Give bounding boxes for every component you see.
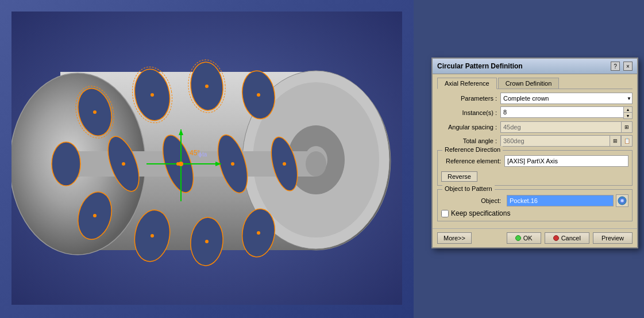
object-to-pattern-title: Object to Pattern [442,185,495,192]
svg-point-49 [621,200,623,202]
svg-point-14 [52,142,80,186]
object-select-icon[interactable] [616,194,628,207]
object-label: Object: [441,197,504,204]
ref-element-label: Reference element: [441,158,504,164]
keep-specs-row: Keep specifications [441,209,628,217]
cancel-button[interactable]: Cancel [545,232,589,244]
total-angle-label: Total angle : [437,137,500,144]
ref-element-control [504,155,628,167]
ok-dot-icon [515,235,521,241]
total-angle-input[interactable] [500,135,610,147]
svg-point-45 [231,162,234,166]
instances-row: Instance(s) : ▲ ▼ [437,106,633,119]
total-angle-icon-btn2[interactable]: 📋 [621,135,633,147]
close-button[interactable]: × [623,62,633,71]
keep-specs-label: Keep specifications [451,209,510,217]
object-to-pattern-group: Object to Pattern Object: Keep [437,189,633,221]
svg-point-37 [205,85,209,88]
parameters-control: Complete crown Instance(s) & angular spa… [500,93,633,104]
total-angle-field: ⊞ 📋 [500,135,633,147]
total-angle-icon-btn1[interactable]: ⊞ [610,135,621,147]
instances-input[interactable] [500,106,623,118]
ok-button[interactable]: OK [507,232,541,244]
preview-button[interactable]: Preview [593,232,633,244]
ref-element-row: Reference element: [441,155,628,167]
angular-spacing-icon-btn[interactable]: ⊞ [621,121,633,133]
svg-text:ϕta: ϕta [198,151,207,158]
object-to-pattern-content: Object: Keep specifications [441,194,628,217]
angular-spacing-row: Angular spacing : ⊞ [437,121,633,133]
svg-point-11 [306,151,326,177]
parameters-label: Parameters : [437,95,500,102]
dialog-titlebar: Circular Pattern Definition ? × [433,59,637,74]
svg-point-36 [151,93,154,97]
svg-point-35 [93,110,97,114]
angular-spacing-label: Angular spacing : [437,124,500,131]
3d-viewport: 45° ϕta [0,0,414,318]
angular-spacing-field: ⊞ [500,121,633,133]
help-button[interactable]: ? [611,62,620,71]
reference-direction-group: Reference Direction Reference element: R… [437,150,633,186]
circular-pattern-dialog: Circular Pattern Definition ? × Axial Re… [431,58,638,248]
svg-point-41 [205,240,209,243]
svg-point-39 [93,214,97,217]
angular-spacing-input[interactable] [500,121,621,133]
svg-point-44 [176,162,180,166]
reference-direction-title: Reference Direction [442,146,503,153]
more-button[interactable]: More>> [437,232,472,244]
parameters-select[interactable]: Complete crown Instance(s) & angular spa… [500,93,633,104]
svg-point-40 [151,234,154,237]
dialog-content: Axial Reference Crown Definition Paramet… [433,74,637,228]
tab-axial-reference[interactable]: Axial Reference [437,78,497,89]
object-input[interactable] [507,195,614,206]
svg-point-46 [283,162,286,166]
instances-spinner-buttons: ▲ ▼ [623,106,633,119]
dialog-title: Circular Pattern Definition [437,62,523,70]
svg-point-43 [122,162,125,166]
total-angle-control: ⊞ 📋 [500,135,633,147]
angular-spacing-control: ⊞ [500,121,633,133]
keep-specs-checkbox[interactable] [441,210,449,217]
instances-spinner: ▲ ▼ [500,106,633,119]
tab-crown-definition[interactable]: Crown Definition [498,78,560,89]
parameters-select-wrapper: Complete crown Instance(s) & angular spa… [500,93,633,104]
reference-direction-content: Reference element: Reverse [441,155,628,182]
parameters-row: Parameters : Complete crown Instance(s) … [437,93,633,104]
instances-label: Instance(s) : [437,109,500,116]
reverse-button[interactable]: Reverse [441,171,477,182]
tab-bar: Axial Reference Crown Definition [437,78,633,89]
instances-increment[interactable]: ▲ [624,107,632,113]
svg-point-38 [257,93,260,97]
dialog-controls: ? × [611,62,633,71]
cancel-dot-icon [553,235,559,241]
instances-control: ▲ ▼ [500,106,633,119]
total-angle-row: Total angle : ⊞ 📋 [437,135,633,147]
object-row: Object: [441,194,628,207]
instances-decrement[interactable]: ▼ [624,113,632,118]
bottom-buttons: More>> OK Cancel Preview [433,228,637,247]
ref-element-input[interactable] [504,155,628,167]
svg-point-42 [257,231,260,235]
